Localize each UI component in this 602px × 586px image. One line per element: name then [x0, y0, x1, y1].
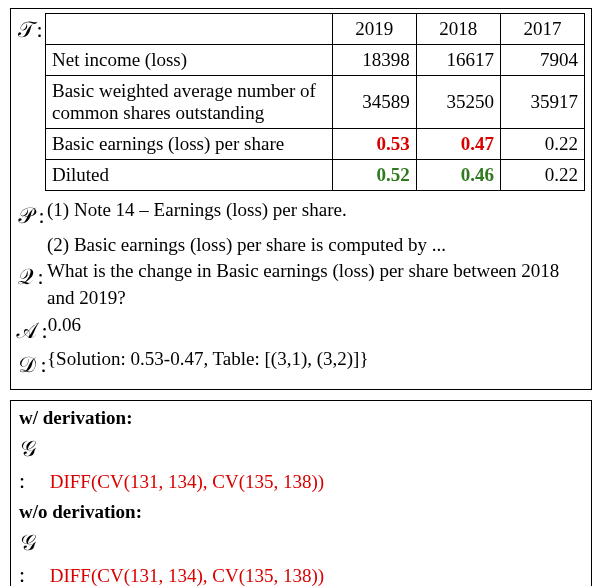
- D-text: {Solution: 0.53-0.47, Table: [(3,1), (3,…: [47, 346, 585, 373]
- G-line-with: 𝒢 : DIFF(CV(131, 134), CV(135, 138)): [19, 429, 583, 497]
- cell: 7904: [500, 45, 584, 76]
- cell-highlight-green: 0.52: [332, 160, 416, 191]
- row-label: Basic earnings (loss) per share: [46, 129, 333, 160]
- cell: 35250: [416, 76, 500, 129]
- header-2017: 2017: [500, 14, 584, 45]
- A-line: 𝒜 : 0.06: [17, 312, 585, 347]
- cell: 16617: [416, 45, 500, 76]
- P-line-1: 𝒫 : (1) Note 14 – Earnings (loss) per sh…: [17, 197, 585, 232]
- cell: 0.22: [500, 129, 584, 160]
- table-row: Basic earnings (loss) per share 0.53 0.4…: [46, 129, 585, 160]
- Q-line: 𝒬 : What is the change in Basic earnings…: [17, 258, 585, 311]
- label-D: 𝒟 :: [17, 346, 47, 381]
- row-label: Diluted: [46, 160, 333, 191]
- cell: 18398: [332, 45, 416, 76]
- derivation-expr-red: DIFF(CV(131, 134), CV(135, 138)): [50, 471, 324, 492]
- D-line: 𝒟 : {Solution: 0.53-0.47, Table: [(3,1),…: [17, 346, 585, 381]
- with-derivation-label: w/ derivation:: [19, 407, 583, 429]
- example-box-top: 𝒯 : 2019 2018 2017 Net income (loss) 183…: [10, 8, 592, 390]
- A-text: 0.06: [48, 312, 585, 339]
- context-block: 𝒫 : (1) Note 14 – Earnings (loss) per sh…: [17, 197, 585, 381]
- label-G: 𝒢 :: [19, 429, 45, 497]
- label-Q: 𝒬 :: [17, 258, 47, 293]
- cell-highlight-green: 0.46: [416, 160, 500, 191]
- table-row: Net income (loss) 18398 16617 7904: [46, 45, 585, 76]
- P-text-1: (1) Note 14 – Earnings (loss) per share.: [47, 197, 585, 224]
- G-line-without-1: 𝒢 : DIFF(CV(131, 134), CV(135, 138)): [19, 523, 583, 586]
- P-text-2: (2) Basic earnings (loss) per share is c…: [47, 232, 585, 259]
- header-blank: [46, 14, 333, 45]
- data-table: 2019 2018 2017 Net income (loss) 18398 1…: [45, 13, 585, 191]
- table-row: Basic weighted average number of common …: [46, 76, 585, 129]
- derivation-expr-red: DIFF(CV(131, 134), CV(135, 138)): [50, 565, 324, 586]
- label-G: 𝒢 :: [19, 523, 45, 586]
- example-box-bottom: w/ derivation: 𝒢 : DIFF(CV(131, 134), CV…: [10, 400, 592, 586]
- cell: 0.22: [500, 160, 584, 191]
- P-line-2: (2) Basic earnings (loss) per share is c…: [17, 232, 585, 259]
- label-P: 𝒫 :: [17, 197, 47, 232]
- cell-highlight-red: 0.53: [332, 129, 416, 160]
- page: 𝒯 : 2019 2018 2017 Net income (loss) 183…: [0, 0, 602, 586]
- row-label: Net income (loss): [46, 45, 333, 76]
- cell: 34589: [332, 76, 416, 129]
- table-row-wrapper: 𝒯 : 2019 2018 2017 Net income (loss) 183…: [17, 13, 585, 191]
- label-A: 𝒜 :: [17, 312, 48, 347]
- table-header-row: 2019 2018 2017: [46, 14, 585, 45]
- cell-highlight-red: 0.47: [416, 129, 500, 160]
- row-label: Basic weighted average number of common …: [46, 76, 333, 129]
- header-2019: 2019: [332, 14, 416, 45]
- Q-text: What is the change in Basic earnings (lo…: [47, 258, 585, 311]
- table-row: Diluted 0.52 0.46 0.22: [46, 160, 585, 191]
- header-2018: 2018: [416, 14, 500, 45]
- label-T: 𝒯 :: [17, 13, 45, 43]
- cell: 35917: [500, 76, 584, 129]
- without-derivation-label: w/o derivation:: [19, 501, 583, 523]
